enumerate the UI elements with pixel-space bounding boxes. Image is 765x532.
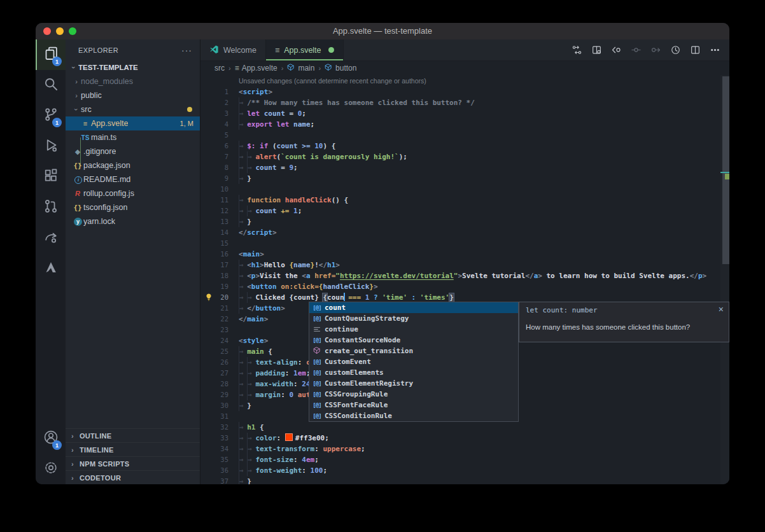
- navigate-back-icon[interactable]: [609, 43, 623, 57]
- tree-item-README-md[interactable]: iREADME.md: [66, 172, 200, 186]
- suggest-item-CSSConditionRule[interactable]: [@]CSSConditionRule: [309, 410, 518, 421]
- tree-item-node_modules[interactable]: ›node_modules: [66, 74, 200, 88]
- symbol-variable-icon: [@]: [309, 412, 325, 420]
- line-content: →→text-transform: uppercase;: [228, 444, 365, 454]
- tree-root-test-template[interactable]: ›TEST-TEMPLATE: [66, 60, 200, 74]
- file-label: README.md: [83, 175, 130, 184]
- code-line-33[interactable]: 33→→color: #ff3e00;: [200, 433, 720, 444]
- more-actions-icon[interactable]: ···: [181, 45, 192, 55]
- suggest-item-count[interactable]: [@]count: [309, 302, 518, 313]
- code-line-10[interactable]: 10: [200, 184, 720, 195]
- suggest-item-CSSGroupingRule[interactable]: [@]CSSGroupingRule: [309, 389, 518, 400]
- tree-item-src[interactable]: ›src: [66, 102, 200, 116]
- tree-item-yarn-lock[interactable]: yyarn.lock: [66, 214, 200, 228]
- breadcrumb-separator: ›: [281, 64, 284, 72]
- tree-item-package-json[interactable]: {}package.json: [66, 158, 200, 172]
- panel-header-codetour[interactable]: ›CODETOUR: [66, 470, 200, 484]
- open-changes-icon[interactable]: [589, 43, 603, 57]
- activity-badge: 1: [52, 57, 62, 66]
- code-line-35[interactable]: 35→→font-size: 4em;: [200, 454, 720, 465]
- activity-item-settings[interactable]: [36, 454, 66, 484]
- activity-item-source-control[interactable]: 1: [36, 101, 66, 131]
- split-editor-icon[interactable]: [688, 43, 702, 57]
- breadcrumb-label: button: [335, 64, 356, 73]
- panel-header-outline[interactable]: ›OUTLINE: [66, 428, 200, 442]
- tree-item-main-ts[interactable]: TSmain.ts: [66, 130, 200, 144]
- tab-app-svelte[interactable]: ≡App.svelte: [266, 39, 344, 60]
- breadcrumb-item-src[interactable]: src: [214, 64, 225, 73]
- tree-item--gitignore[interactable]: ◆.gitignore: [66, 144, 200, 158]
- line-content: →}: [228, 216, 251, 227]
- code-line-18[interactable]: 18→<p>Visit the <a href="https://svelte.…: [200, 270, 720, 281]
- tree-item-public[interactable]: ›public: [66, 88, 200, 102]
- code-line-17[interactable]: 17→<h1>Hello {name}!</h1>: [200, 260, 720, 270]
- suggest-item-CustomEvent[interactable]: [@]CustomEvent: [309, 356, 518, 367]
- panel-label: TIMELINE: [80, 446, 114, 454]
- suggest-item-continue[interactable]: continue: [309, 324, 518, 335]
- breadcrumb-item-App.svelte[interactable]: ≡App.svelte: [235, 64, 277, 73]
- code-line-11[interactable]: 11→function handleClick() {: [200, 195, 720, 206]
- file-history-icon[interactable]: [668, 43, 682, 57]
- suggest-item-CSSFontFaceRule[interactable]: [@]CSSFontFaceRule: [309, 400, 518, 410]
- line-number: 30: [200, 400, 228, 411]
- suggest-item-CustomElementRegistry[interactable]: [@]CustomElementRegistry: [309, 378, 518, 389]
- activity-item-account[interactable]: 1: [36, 423, 66, 454]
- suggest-item-customElements[interactable]: [@]customElements: [309, 367, 518, 378]
- code-line-12[interactable]: 12→→count += 1;: [200, 206, 720, 216]
- activity-item-run-debug[interactable]: [36, 131, 66, 162]
- activity-item-search[interactable]: [36, 70, 66, 101]
- close-icon[interactable]: ×: [719, 304, 724, 314]
- code-area[interactable]: Unsaved changes (cannot determine recent…: [200, 75, 720, 484]
- code-line-9[interactable]: 9→}: [200, 173, 720, 184]
- lightbulb-icon[interactable]: [204, 293, 213, 302]
- tab-welcome[interactable]: Welcome: [200, 39, 266, 60]
- code-line-4[interactable]: 4→export let name;: [200, 119, 720, 130]
- suggest-item-CountQueuingStrategy[interactable]: [@]CountQueuingStrategy: [309, 313, 518, 324]
- code-line-15[interactable]: 15: [200, 238, 720, 249]
- code-line-2[interactable]: 2→/** How many times has someone clicked…: [200, 97, 720, 108]
- tree-item-rollup-config-js[interactable]: Rrollup.config.js: [66, 186, 200, 200]
- activity-item-explorer[interactable]: 1: [36, 39, 66, 70]
- symbol-variable-icon: [@]: [309, 390, 325, 398]
- activity-item-azure[interactable]: [36, 253, 66, 284]
- code-line-36[interactable]: 36→→font-weight: 100;: [200, 465, 720, 476]
- code-line-37[interactable]: 37→}: [200, 476, 720, 484]
- json-icon: {}: [72, 204, 83, 212]
- current-change-icon[interactable]: [629, 43, 643, 57]
- panel-header-timeline[interactable]: ›TIMELINE: [66, 442, 200, 456]
- file-label: yarn.lock: [83, 217, 115, 226]
- chevron-right-icon: ›: [72, 78, 81, 85]
- panel-header-npm-scripts[interactable]: ›NPM SCRIPTS: [66, 456, 200, 470]
- code-line-1[interactable]: 1<script>: [200, 87, 720, 97]
- tree-item-App-svelte[interactable]: ≡App.svelte1, M: [66, 116, 200, 130]
- code-line-8[interactable]: 8→→count = 9;: [200, 162, 720, 173]
- suggest-item-ConstantSourceNode[interactable]: [@]ConstantSourceNode: [309, 335, 518, 346]
- code-line-5[interactable]: 5: [200, 130, 720, 141]
- activity-item-live-share[interactable]: [36, 223, 66, 253]
- breadcrumb: src›≡App.svelte›main›button: [200, 61, 729, 75]
- code-line-32[interactable]: 32→h1 {: [200, 422, 720, 433]
- modified-indicator[interactable]: [328, 47, 334, 53]
- breadcrumb-label: App.svelte: [242, 64, 277, 73]
- chevron-right-icon: ›: [66, 432, 80, 440]
- code-line-19[interactable]: 19→<button on:click={handleClick}>: [200, 281, 720, 292]
- compare-changes-icon[interactable]: [570, 43, 584, 57]
- suggest-item-create_out_transition[interactable]: create_out_transition: [309, 346, 518, 356]
- code-line-7[interactable]: 7→→alert(`count is dangerously high!`);: [200, 151, 720, 162]
- code-line-6[interactable]: 6→$: if (count >= 10) {: [200, 141, 720, 151]
- code-line-34[interactable]: 34→→text-transform: uppercase;: [200, 444, 720, 454]
- editor-scrollbar[interactable]: [720, 75, 729, 484]
- more-actions-icon[interactable]: [708, 43, 722, 57]
- code-line-13[interactable]: 13→}: [200, 216, 720, 227]
- next-change-icon[interactable]: [649, 43, 663, 57]
- line-number: 11: [200, 195, 228, 206]
- code-line-16[interactable]: 16<main>: [200, 249, 720, 260]
- tree-item-tsconfig-json[interactable]: {}tsconfig.json: [66, 200, 200, 214]
- breadcrumb-item-main[interactable]: main: [287, 64, 314, 73]
- code-line-3[interactable]: 3→let count = 0;: [200, 108, 720, 119]
- breadcrumb-item-button[interactable]: button: [325, 64, 356, 73]
- code-line-14[interactable]: 14</script>: [200, 227, 720, 238]
- scrollbar-thumb[interactable]: [722, 76, 729, 264]
- activity-item-extensions[interactable]: [36, 162, 66, 192]
- activity-item-github-pr[interactable]: [36, 192, 66, 223]
